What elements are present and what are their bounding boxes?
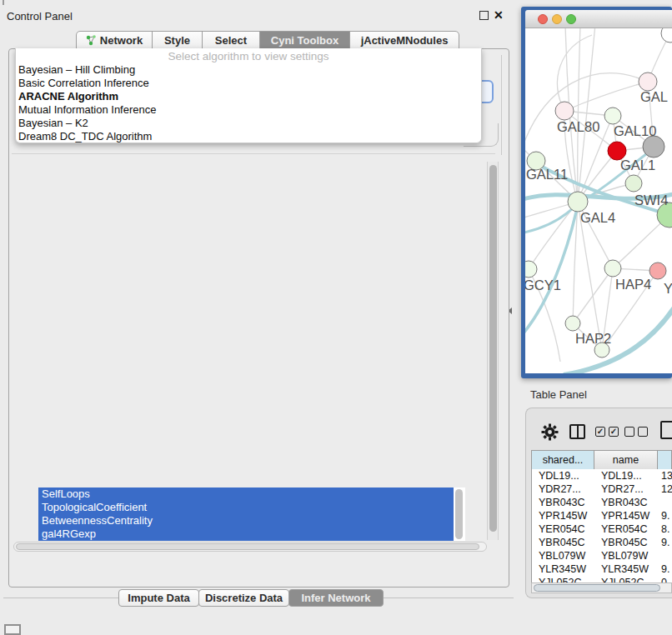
table-cell[interactable]: YDR27... — [594, 482, 658, 496]
close-icon[interactable]: ✕ — [494, 8, 504, 22]
table-cell[interactable]: YDR27... — [532, 482, 594, 496]
scrollbar-thumb[interactable] — [534, 584, 660, 592]
tab-infer-network[interactable]: Infer Network — [288, 589, 384, 607]
network-node[interactable] — [604, 260, 621, 277]
desktop: Control Panel ✕ Network Style Select Cyn… — [0, 0, 672, 635]
table-cell[interactable]: 9. — [658, 536, 672, 549]
table-row[interactable]: YDL19...YDL19...13 — [532, 469, 672, 482]
node-table: shared...name YDL19...YDL19...13YDR27...… — [531, 450, 672, 583]
algorithm-option[interactable]: Basic Correlation Inference — [18, 77, 479, 90]
data-attribute-item[interactable]: SelfLoops — [38, 488, 454, 501]
algorithm-option[interactable]: Bayesian – Hill Climbing — [18, 63, 479, 77]
network-canvas[interactable]: GALGAL80GAL10GAL1GAL11SWI4GAL4GCY1HAP4YH… — [525, 28, 672, 373]
network-graph: GALGAL80GAL10GAL1GAL11SWI4GAL4GCY1HAP4YH… — [525, 28, 672, 373]
control-panel-tabbar: Network Style Select Cyni Toolbox jActiv… — [77, 31, 459, 49]
node-label: HAP2 — [575, 331, 611, 346]
minimized-panel-icon[interactable] — [4, 624, 21, 635]
table-row[interactable]: YDR27...YDR27...12 — [532, 482, 672, 496]
tab-impute-data[interactable]: Impute Data — [118, 589, 199, 607]
settings-vertical-scrollbar[interactable] — [487, 162, 499, 540]
zoom-traffic-icon[interactable] — [566, 14, 576, 24]
table-cell[interactable]: YBR043C — [594, 496, 658, 509]
float-icon[interactable] — [479, 11, 489, 20]
table-cell[interactable]: 9. — [658, 509, 672, 522]
table-cell[interactable]: YBL079W — [532, 549, 594, 562]
table-cell[interactable]: YLR345W — [594, 562, 658, 576]
data-attributes-list[interactable]: SelfLoopsTopologicalCoefficientBetweenne… — [38, 488, 465, 541]
network-node[interactable] — [643, 136, 664, 158]
tab-cyni-toolbox[interactable]: Cyni Toolbox — [259, 31, 350, 49]
tab-select[interactable]: Select — [202, 31, 260, 49]
network-node[interactable] — [661, 28, 672, 42]
close-traffic-icon[interactable] — [538, 14, 548, 24]
columns-icon[interactable] — [569, 424, 585, 439]
data-attribute-item[interactable]: TopologicalCoefficient — [38, 501, 454, 514]
table-cell[interactable]: YPR145W — [594, 509, 658, 522]
data-attribute-item[interactable]: gal4RGexp — [38, 528, 454, 541]
table-cell[interactable]: YDL19... — [594, 469, 658, 482]
table-horizontal-scrollbar[interactable] — [531, 582, 672, 593]
table-cell[interactable]: YER054C — [532, 522, 594, 536]
algorithm-option[interactable]: ARACNE Algorithm — [18, 90, 479, 103]
table-row[interactable]: YER054CYER054C8. — [532, 522, 672, 536]
tab-network[interactable]: Network — [76, 31, 153, 49]
network-node[interactable] — [555, 102, 574, 120]
table-cell[interactable] — [658, 549, 672, 562]
node-label: GAL80 — [557, 119, 599, 134]
table-cell[interactable]: YDL19... — [532, 469, 594, 482]
table-cell[interactable]: 13 — [658, 469, 672, 482]
tab-label: Impute Data — [128, 592, 189, 604]
node-label: Y — [664, 281, 672, 296]
checkboxes-unchecked-icon[interactable] — [624, 427, 648, 437]
table-row[interactable]: YBR045CYBR045C9. — [532, 536, 672, 549]
table-cell[interactable]: YBR045C — [594, 536, 658, 549]
table-cell[interactable]: YER054C — [594, 522, 658, 536]
algorithm-option[interactable]: Mutual Information Inference — [18, 103, 479, 117]
column-header[interactable] — [658, 451, 672, 469]
table-cell[interactable]: YBR043C — [532, 496, 594, 509]
algorithm-option[interactable]: Bayesian – K2 — [18, 117, 479, 130]
scrollbar-thumb[interactable] — [16, 543, 479, 550]
network-node[interactable] — [565, 316, 580, 331]
table-cell[interactable]: YPR145W — [532, 509, 594, 522]
table-cell[interactable]: 8. — [658, 522, 672, 536]
table-cell[interactable]: 12 — [658, 482, 672, 496]
table-row[interactable]: YBL079WYBL079W — [532, 549, 672, 562]
tab-jactivemnodules[interactable]: jActiveMNodules — [349, 31, 459, 49]
table-cell[interactable]: YBR045C — [532, 536, 594, 549]
table-cell[interactable] — [658, 496, 672, 509]
settings-horizontal-scrollbar[interactable] — [13, 542, 487, 552]
table-row[interactable]: YLR345WYLR345W9. — [532, 562, 672, 576]
list-scrollbar[interactable] — [455, 489, 463, 539]
minimize-traffic-icon[interactable] — [552, 14, 562, 24]
column-header[interactable]: shared... — [532, 451, 594, 469]
network-node[interactable] — [604, 108, 621, 124]
node-label: GAL4 — [580, 210, 615, 225]
tab-label: jActiveMNodules — [361, 34, 449, 47]
tab-style[interactable]: Style — [152, 31, 203, 49]
network-node[interactable] — [568, 192, 588, 212]
table-row[interactable]: YBR043CYBR043C — [532, 496, 672, 509]
algorithm-select[interactable]: Select algorithm to view settings — [16, 50, 481, 62]
network-node[interactable] — [639, 72, 657, 91]
network-edge — [564, 82, 648, 111]
node-label: GAL1 — [620, 158, 655, 172]
scrollbar-thumb[interactable] — [489, 165, 497, 532]
document-icon[interactable] — [660, 421, 672, 439]
network-node[interactable] — [625, 175, 642, 192]
network-node[interactable] — [525, 261, 537, 278]
column-header[interactable]: name — [594, 451, 658, 469]
tab-label: Infer Network — [301, 592, 370, 604]
table-cell[interactable]: 9. — [658, 562, 672, 576]
gear-icon[interactable] — [541, 423, 559, 441]
tab-discretize-data[interactable]: Discretize Data — [198, 589, 289, 607]
algorithm-option[interactable]: Dream8 DC_TDC Algorithm — [18, 130, 479, 143]
data-attribute-item[interactable]: BetweennessCentrality — [38, 514, 454, 528]
network-window-titlebar[interactable] — [525, 10, 672, 28]
table-cell[interactable]: YLR345W — [532, 562, 594, 576]
table-row[interactable]: YPR145WYPR145W9. — [532, 509, 672, 522]
node-label: GAL10 — [614, 123, 656, 138]
checkboxes-checked-icon[interactable]: ✓✓ — [595, 427, 619, 437]
table-cell[interactable]: YBL079W — [594, 549, 658, 562]
network-node[interactable] — [649, 262, 666, 279]
